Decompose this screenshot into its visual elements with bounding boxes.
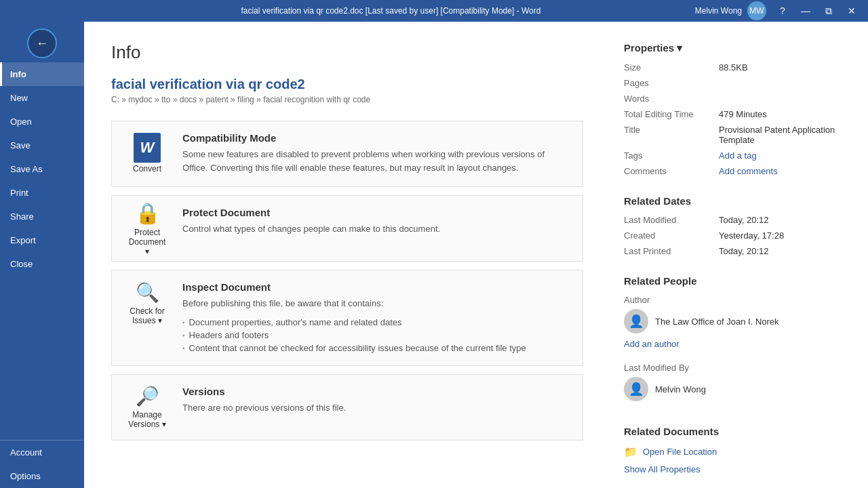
prop-author: Author 👤 The Law Office of Joan I. Norek… (624, 295, 848, 357)
protect-button[interactable]: 🔒 ProtectDocument ▾ (125, 207, 169, 250)
open-file-location-link[interactable]: Open File Location (643, 447, 717, 457)
compatibility-desc: Some new features are disabled to preven… (182, 148, 569, 174)
sidebar-item-open[interactable]: Open (0, 110, 84, 134)
show-all-properties[interactable]: Show All Properties (624, 464, 848, 474)
author-avatar: 👤 (624, 309, 648, 333)
prop-comments-label: Comments (624, 166, 719, 176)
related-dates-section: Related Dates Last Modified Today, 20:12… (624, 195, 848, 256)
prop-editing-time: Total Editing Time 479 Minutes (624, 109, 848, 119)
author-person: 👤 The Law Office of Joan I. Norek (624, 309, 779, 333)
properties-title: Properties ▾ (624, 42, 848, 54)
prop-editing-time-value: 479 Minutes (719, 109, 767, 119)
sidebar-item-close[interactable]: Close (0, 252, 84, 276)
properties-section: Properties ▾ Size 88.5KB Pages Words Tot… (624, 42, 848, 176)
doc-path: C: » mydoc » tto » docs » patent » filin… (111, 95, 583, 104)
inspect-items-list: Document properties, author's name and r… (182, 316, 526, 354)
compatibility-content: Compatibility Mode Some new features are… (182, 132, 569, 174)
versions-title: Versions (182, 386, 346, 397)
prop-created-label: Created (624, 230, 719, 241)
inspect-item-2: Headers and footers (182, 329, 526, 342)
inspect-item-3: Content that cannot be checked for acces… (182, 342, 526, 354)
prop-author-label: Author (624, 295, 719, 305)
check-issues-button[interactable]: 🔍 Check forIssues ▾ (125, 281, 169, 325)
prop-tags-label: Tags (624, 150, 719, 161)
title-bar-title: facial verification via qr code2.doc [La… (87, 6, 695, 16)
convert-label: Convert (133, 164, 161, 174)
related-dates-title: Related Dates (624, 195, 848, 207)
show-all-link[interactable]: Show All Properties (624, 464, 701, 474)
prop-comments-value[interactable]: Add comments (719, 166, 778, 176)
prop-tags-value[interactable]: Add a tag (719, 150, 757, 161)
add-author-link[interactable]: Add an author (624, 339, 679, 349)
manage-versions-label: ManageVersions ▾ (128, 410, 165, 429)
inspect-item-1: Document properties, author's name and r… (182, 316, 526, 329)
compatibility-card: Convert Compatibility Mode Some new feat… (111, 121, 583, 187)
versions-card: 🔎 ManageVersions ▾ Versions There are no… (111, 374, 583, 441)
app-body: ← Info New Open Save Save As Print Share… (0, 22, 868, 488)
sidebar: ← Info New Open Save Save As Print Share… (0, 22, 84, 488)
prop-size-value: 88.5KB (719, 62, 748, 73)
prop-editing-time-label: Total Editing Time (624, 109, 719, 119)
help-button[interactable]: ? (772, 1, 793, 20)
prop-tags: Tags Add a tag (624, 150, 848, 161)
back-button[interactable]: ← (27, 28, 57, 58)
protect-label: ProtectDocument ▾ (125, 228, 169, 256)
sidebar-item-save-as[interactable]: Save As (0, 157, 84, 181)
last-modified-person: 👤 Melvin Wong (624, 377, 706, 401)
sidebar-item-account[interactable]: Account (0, 441, 84, 464)
lock-icon: 🔒 (134, 201, 161, 225)
main-content: Info facial verification via qr code2 C:… (84, 22, 610, 488)
prop-pages-label: Pages (624, 78, 719, 88)
versions-desc: There are no previous versions of this f… (182, 401, 346, 415)
prop-last-modified-value: Today, 20:12 (719, 215, 768, 225)
open-file-location-row: 📁 Open File Location (624, 445, 848, 458)
versions-icon: 🔎 (134, 385, 161, 407)
sidebar-item-print[interactable]: Print (0, 181, 84, 205)
sidebar-item-new[interactable]: New (0, 86, 84, 110)
sidebar-item-share[interactable]: Share (0, 205, 84, 228)
prop-last-modified: Last Modified Today, 20:12 (624, 215, 848, 225)
prop-last-modified-by: Last Modified By 👤 Melvin Wong (624, 363, 848, 407)
user-name: Melvin Wong (695, 6, 742, 16)
prop-title-label: Title (624, 125, 719, 145)
inspect-desc: Before publishing this file, be aware th… (182, 297, 526, 310)
prop-created: Created Yesterday, 17:28 (624, 230, 848, 241)
prop-words: Words (624, 94, 848, 104)
sidebar-item-info[interactable]: Info (0, 62, 84, 86)
right-panel: Properties ▾ Size 88.5KB Pages Words Tot… (610, 22, 868, 488)
protect-title: Protect Document (182, 207, 440, 218)
check-issues-label: Check forIssues ▾ (130, 306, 164, 325)
prop-created-value: Yesterday, 17:28 (719, 230, 784, 241)
title-bar: facial verification via qr code2.doc [La… (0, 0, 868, 22)
prop-title: Title Provisional Patent Application Tem… (624, 125, 848, 145)
last-modified-avatar: 👤 (624, 377, 648, 401)
folder-icon: 📁 (624, 445, 637, 458)
protect-desc: Control what types of changes people can… (182, 222, 440, 236)
sidebar-item-export[interactable]: Export (0, 228, 84, 252)
related-people-section: Related People Author 👤 The Law Office o… (624, 275, 848, 407)
close-button[interactable]: ✕ (841, 1, 863, 20)
user-avatar: MW (747, 1, 766, 20)
restore-button[interactable]: ⧉ (818, 1, 840, 20)
prop-title-value: Provisional Patent Application Template (719, 125, 848, 145)
minimize-button[interactable]: — (795, 1, 816, 20)
related-people-title: Related People (624, 275, 848, 287)
versions-content: Versions There are no previous versions … (182, 386, 346, 415)
prop-last-printed: Last Printed Today, 20:12 (624, 246, 848, 256)
prop-last-modified-label: Last Modified (624, 215, 719, 225)
protect-card: 🔒 ProtectDocument ▾ Protect Document Con… (111, 195, 583, 262)
protect-content: Protect Document Control what types of c… (182, 207, 440, 236)
inspect-icon: 🔍 (134, 281, 161, 304)
convert-button[interactable]: Convert (125, 132, 169, 176)
sidebar-item-options[interactable]: Options (0, 464, 84, 488)
manage-versions-button[interactable]: 🔎 ManageVersions ▾ (125, 386, 169, 429)
author-name: The Law Office of Joan I. Norek (655, 317, 779, 327)
user-area[interactable]: Melvin Wong MW (695, 1, 766, 20)
page-title: Info (111, 42, 583, 63)
prop-size-label: Size (624, 62, 719, 73)
sidebar-item-save[interactable]: Save (0, 134, 84, 157)
doc-title: facial verification via qr code2 (111, 77, 583, 92)
word-convert-icon (134, 134, 161, 161)
inspect-title: Inspect Document (182, 281, 526, 293)
sidebar-bottom: Account Options (0, 440, 84, 488)
